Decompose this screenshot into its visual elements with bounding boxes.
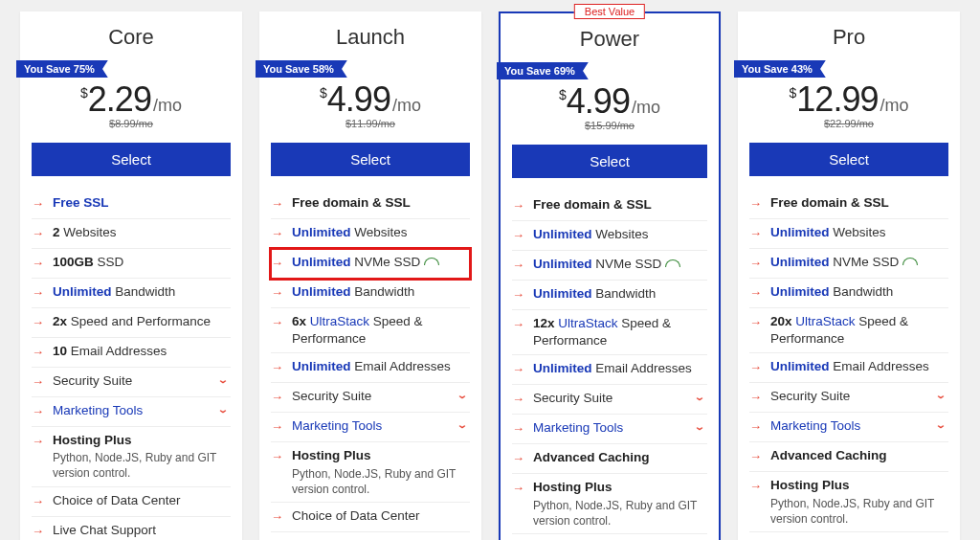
feature-item: →Security Suite⌄ — [271, 383, 470, 413]
chevron-down-icon[interactable]: ⌄ — [694, 393, 705, 403]
feature-item: →Security Suite⌄ — [32, 368, 231, 397]
feature-item: →Free domain & SSL — [271, 190, 470, 219]
currency-symbol: $ — [790, 85, 797, 101]
feature-text: 2x Speed and Performance — [53, 313, 229, 330]
feature-item: →Hosting PlusPython, Node.JS, Ruby and G… — [512, 474, 707, 534]
feature-item: →Marketing Tools⌄ — [271, 413, 470, 442]
arrow-icon: → — [512, 226, 525, 245]
feature-item: →10 Email Addresses — [32, 338, 231, 368]
feature-text: Unlimited Email Addresses — [292, 358, 468, 375]
feature-text: 6x UltraStack Speed & Performance — [292, 313, 468, 348]
chevron-down-icon[interactable]: ⌄ — [935, 391, 947, 401]
price-period: /mo — [632, 98, 660, 118]
save-badge: You Save 43% — [734, 60, 826, 78]
arrow-icon: → — [271, 417, 284, 437]
feature-text: 10 Email Addresses — [53, 343, 229, 360]
old-price: $15.99/mo — [501, 120, 719, 131]
feature-text: Hosting PlusPython, Node.JS, Ruby and GI… — [53, 432, 229, 482]
feature-text: Marketing Tools — [770, 417, 929, 435]
feature-text: Unlimited Websites — [770, 224, 947, 241]
feature-item: →12x UltraStack Speed & Performance — [512, 310, 707, 355]
feature-item: →6x UltraStack Speed & Performance — [271, 308, 470, 353]
chevron-down-icon[interactable]: ⌄ — [457, 420, 468, 431]
arrow-icon: → — [512, 196, 525, 215]
speed-icon — [902, 258, 917, 267]
plan-card-launch: LaunchYou Save 58%$4.99/mo$11.99/moSelec… — [259, 11, 481, 540]
arrow-icon: → — [749, 388, 763, 407]
price-period: /mo — [153, 96, 182, 116]
feature-text: Security Suite — [770, 388, 929, 405]
arrow-icon: → — [32, 194, 45, 214]
chevron-down-icon[interactable]: ⌄ — [457, 391, 468, 401]
old-price: $11.99/mo — [259, 118, 481, 129]
plan-name: Power — [501, 13, 719, 61]
feature-item: →Unlimited Bandwidth — [271, 279, 470, 308]
feature-item: →Hosting PlusPython, Node.JS, Ruby and G… — [271, 442, 470, 503]
arrow-icon: → — [271, 254, 284, 273]
feature-text: Unlimited Email Addresses — [533, 360, 705, 377]
feature-text: Security Suite — [53, 372, 212, 390]
plan-card-pro: ProYou Save 43%$12.99/mo$22.99/moSelect→… — [738, 11, 960, 540]
feature-text: 100GB SSD — [53, 254, 229, 271]
save-badge: You Save 69% — [497, 62, 589, 79]
feature-item: →Choice of Data Center — [271, 503, 470, 532]
feature-text: Unlimited Bandwidth — [53, 283, 229, 301]
feature-text: 20x UltraStack Speed & Performance — [770, 313, 947, 348]
select-button[interactable]: Select — [512, 145, 707, 178]
arrow-icon: → — [512, 419, 525, 439]
arrow-icon: → — [749, 358, 763, 377]
feature-list: →Free domain & SSL→Unlimited Websites→Un… — [738, 190, 960, 540]
arrow-icon: → — [32, 283, 45, 303]
feature-text: Security Suite — [292, 388, 451, 405]
arrow-icon: → — [32, 432, 45, 451]
arrow-icon: → — [32, 313, 45, 332]
plan-card-power: Best ValuePowerYou Save 69%$4.99/mo$15.9… — [499, 11, 721, 540]
chevron-down-icon[interactable]: ⌄ — [217, 404, 229, 415]
arrow-icon: → — [512, 390, 525, 409]
feature-item: →Choice of Data Center — [512, 534, 707, 540]
feature-text: Unlimited Websites — [533, 226, 705, 243]
feature-item: →Unlimited Email Addresses — [749, 353, 948, 383]
arrow-icon: → — [271, 283, 284, 303]
feature-item: →Free domain & SSL — [512, 191, 707, 221]
arrow-icon: → — [271, 194, 284, 214]
select-button[interactable]: Select — [271, 143, 470, 176]
save-badge: You Save 58% — [256, 60, 347, 78]
arrow-icon: → — [32, 343, 45, 362]
chevron-down-icon[interactable]: ⌄ — [935, 420, 947, 431]
feature-text: Security Suite — [533, 390, 688, 407]
arrow-icon: → — [512, 479, 525, 498]
arrow-icon: → — [512, 360, 525, 379]
feature-item: →Live Chat Support — [32, 517, 231, 540]
feature-item: →100GB SSD — [32, 249, 231, 279]
price-amount: 2.29 — [88, 79, 151, 120]
feature-item: →Security Suite⌄ — [512, 385, 707, 415]
chevron-down-icon[interactable]: ⌄ — [217, 374, 229, 385]
feature-item: →Choice of Data Center — [32, 487, 231, 517]
plan-card-core: CoreYou Save 75%$2.29/mo$8.99/moSelect→F… — [20, 11, 242, 540]
speed-icon — [424, 258, 438, 267]
feature-item: →Free domain & SSL — [749, 190, 948, 219]
feature-item: →2 Websites — [32, 219, 231, 249]
arrow-icon: → — [749, 224, 763, 243]
feature-item: →Unlimited Bandwidth — [749, 279, 948, 308]
price-period: /mo — [880, 96, 908, 116]
arrow-icon: → — [749, 477, 763, 496]
feature-text: Free domain & SSL — [533, 196, 705, 214]
feature-item: →Marketing Tools⌄ — [32, 397, 231, 427]
arrow-icon: → — [271, 313, 284, 332]
arrow-icon: → — [749, 447, 763, 466]
chevron-down-icon[interactable]: ⌄ — [694, 422, 705, 433]
feature-text: Unlimited Bandwidth — [770, 283, 947, 301]
select-button[interactable]: Select — [32, 143, 231, 176]
best-value-badge: Best Value — [574, 4, 645, 19]
feature-text: 12x UltraStack Speed & Performance — [533, 315, 705, 349]
feature-text: Unlimited Bandwidth — [292, 283, 468, 301]
feature-list: →Free domain & SSL→Unlimited Websites→Un… — [259, 190, 481, 540]
feature-item: →Free SSL — [32, 190, 231, 219]
price-block: $4.99/mo$15.99/mo — [501, 79, 719, 135]
feature-item: →Choice of Data Center — [749, 532, 948, 540]
arrow-icon: → — [749, 194, 763, 214]
arrow-icon: → — [512, 449, 525, 468]
select-button[interactable]: Select — [749, 143, 948, 176]
